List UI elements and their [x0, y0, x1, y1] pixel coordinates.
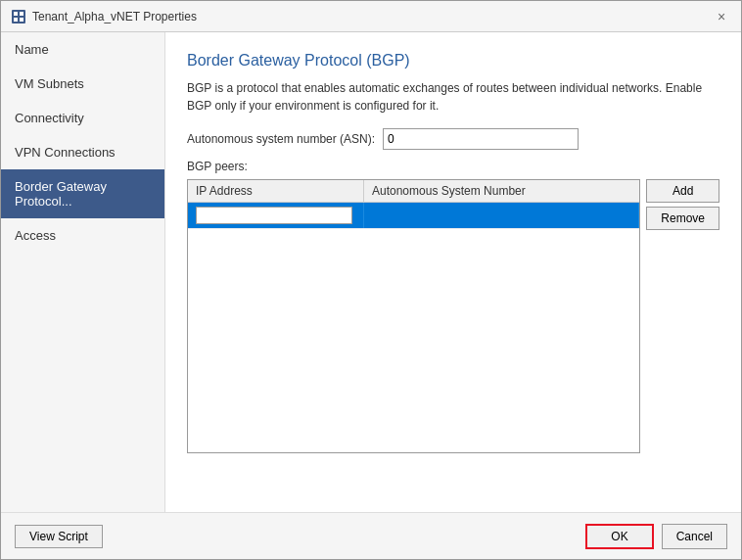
- view-script-button[interactable]: View Script: [15, 525, 103, 548]
- ip-input[interactable]: [196, 207, 352, 224]
- svg-rect-4: [20, 18, 23, 22]
- main-content: Border Gateway Protocol (BGP) BGP is a p…: [165, 32, 741, 512]
- footer-left: View Script: [15, 525, 103, 548]
- svg-rect-2: [20, 12, 23, 16]
- td-ip: [188, 203, 364, 228]
- title-bar-left: Tenant_Alpha_vNET Properties: [11, 9, 197, 24]
- add-button[interactable]: Add: [646, 179, 719, 203]
- footer-right: OK Cancel: [585, 524, 727, 549]
- peers-table: IP Address Autonomous System Number: [187, 179, 640, 453]
- remove-button[interactable]: Remove: [646, 207, 719, 230]
- col-ip-address: IP Address: [188, 180, 364, 202]
- sidebar-item-access[interactable]: Access: [1, 218, 164, 253]
- table-header: IP Address Autonomous System Number: [188, 180, 639, 203]
- dialog-footer: View Script OK Cancel: [1, 512, 741, 559]
- section-title: Border Gateway Protocol (BGP): [187, 52, 719, 70]
- asn-input[interactable]: [383, 128, 579, 150]
- peers-buttons: Add Remove: [646, 179, 719, 230]
- sidebar-item-border-gateway[interactable]: Border Gateway Protocol...: [1, 169, 164, 218]
- properties-dialog: Tenant_Alpha_vNET Properties × Name VM S…: [0, 0, 742, 560]
- sidebar-item-connectivity[interactable]: Connectivity: [1, 101, 164, 135]
- peers-area: IP Address Autonomous System Number Ad: [187, 179, 719, 453]
- ok-button[interactable]: OK: [585, 524, 653, 549]
- dialog-icon: [11, 9, 26, 24]
- close-button[interactable]: ×: [712, 7, 731, 26]
- title-bar: Tenant_Alpha_vNET Properties ×: [1, 1, 741, 32]
- sidebar-item-name[interactable]: Name: [1, 32, 164, 67]
- col-asn: Autonomous System Number: [364, 180, 639, 202]
- asn-field-row: Autonomous system number (ASN):: [187, 128, 719, 150]
- dialog-body: Name VM Subnets Connectivity VPN Connect…: [1, 32, 741, 512]
- cancel-button[interactable]: Cancel: [662, 524, 727, 549]
- asn-label: Autonomous system number (ASN):: [187, 132, 375, 146]
- sidebar-item-vpn-connections[interactable]: VPN Connections: [1, 135, 164, 169]
- svg-rect-1: [14, 12, 18, 16]
- sidebar: Name VM Subnets Connectivity VPN Connect…: [1, 32, 165, 512]
- td-asn: [364, 203, 639, 228]
- table-body: [188, 203, 639, 449]
- title-text: Tenant_Alpha_vNET Properties: [32, 10, 197, 23]
- svg-rect-3: [14, 18, 18, 22]
- description: BGP is a protocol that enables automatic…: [187, 79, 719, 115]
- table-row[interactable]: [188, 203, 639, 229]
- sidebar-item-vm-subnets[interactable]: VM Subnets: [1, 67, 164, 101]
- bgp-peers-label: BGP peers:: [187, 160, 719, 173]
